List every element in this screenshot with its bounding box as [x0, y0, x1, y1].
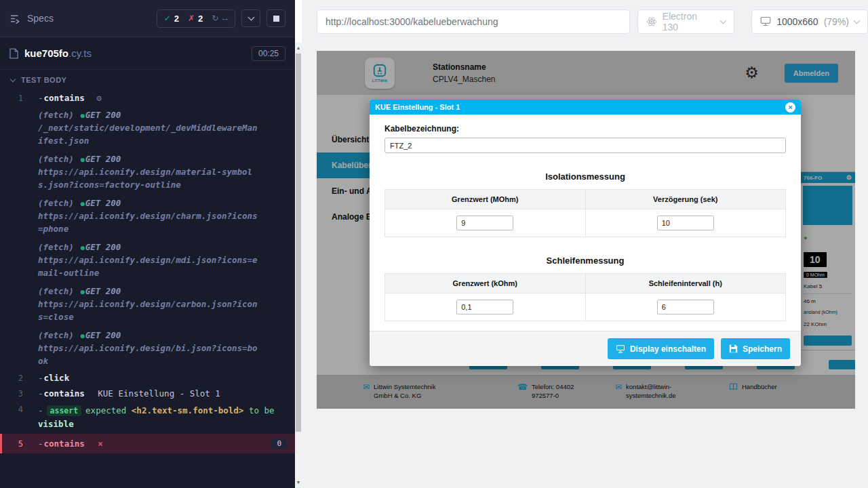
schleifenmessung-title: Schleifenmessung [384, 256, 786, 266]
cypress-reporter-sidebar: Specs ✓ 2 ✗ 2 ↻ -- [0, 0, 295, 488]
status-dot-icon: ● [81, 332, 85, 340]
url-input[interactable] [317, 9, 630, 34]
window: Specs ✓ 2 ✗ 2 ↻ -- [0, 0, 868, 488]
test-body-label: TEST BODY [21, 76, 66, 84]
modal-footer: Display einschalten Speichern [370, 331, 801, 366]
fail-x-icon: × [98, 439, 103, 449]
log-step-1[interactable]: 1 -contains ⚙ [0, 90, 295, 106]
spec-name: kue705fo [24, 47, 68, 59]
fetch-label: (fetch) [38, 198, 74, 208]
command-name: click [44, 373, 70, 383]
collapse-button[interactable] [241, 9, 260, 27]
cross-icon: ✗ [188, 14, 195, 23]
spec-duration: 00:25 [252, 46, 285, 61]
line-number: 2 [0, 373, 38, 383]
specs-link[interactable]: Specs [27, 13, 54, 24]
aut-stage: LITTWIN Stationsname CPLV4_Maschen ⚙ Abm… [302, 43, 868, 488]
fetch-log-entry[interactable]: (fetch)●GET 200 https://api.iconify.desi… [0, 282, 295, 326]
loop-intervall-header: Schleifenintervall (h) [585, 274, 786, 293]
kabelbezeichnung-input[interactable] [384, 138, 786, 153]
fetch-status: GET 200 [85, 242, 121, 252]
fetch-log-entry[interactable]: (fetch)●GET 200 https://api.iconify.desi… [0, 326, 295, 370]
fetch-log-entry[interactable]: (fetch)●GET 200 https://api.iconify.desi… [0, 194, 295, 238]
electron-icon [646, 16, 657, 27]
chevron-down-icon [720, 17, 727, 24]
stat-passed: ✓ 2 [164, 14, 179, 24]
kabelbezeichnung-label: Kabelbezeichnung: [384, 124, 786, 134]
schleifenmessung-table: Grenzwert (kOhm) Schleifenintervall (h) [384, 273, 786, 321]
scrollbar-track[interactable]: ▲ ▼ [295, 43, 302, 488]
stat-failed: ✗ 2 [188, 14, 203, 24]
assert-badge: assert [47, 405, 82, 416]
check-icon: ✓ [164, 14, 171, 23]
fetch-status: GET 200 [85, 154, 121, 164]
log-step-3[interactable]: 3 -contains KUE Einstellung - Slot 1 [0, 386, 295, 401]
chevron-down-icon [854, 17, 861, 24]
fetch-log-entry[interactable]: (fetch)●GET 200 /_next/static/developmen… [0, 106, 295, 150]
passed-count: 2 [174, 14, 179, 24]
close-icon[interactable]: × [785, 102, 795, 113]
test-body-toggle[interactable]: TEST BODY [0, 70, 295, 90]
command-name: contains [44, 93, 85, 103]
line-number: 3 [0, 388, 38, 399]
specs-menu-icon[interactable] [9, 13, 21, 24]
iso-verzoegerung-header: Verzögerung (sek) [585, 190, 786, 209]
isolationsmessung-table: Grenzwert (MOhm) Verzögerung (sek) [384, 189, 786, 237]
viewport-size: 1000x660 [776, 16, 818, 27]
fetch-status: GET 200 [85, 110, 121, 120]
log-step-5-failed[interactable]: 5 -contains × 0 [0, 434, 295, 453]
spec-file-icon [9, 48, 18, 59]
status-dot-icon: ● [81, 200, 85, 207]
loop-intervall-input[interactable] [657, 300, 714, 314]
modal-title: KUE Einstellung - Slot 1 [375, 103, 460, 111]
failed-count: 2 [198, 14, 203, 24]
fetch-status: GET 200 [85, 330, 121, 340]
line-number: 4 [0, 404, 38, 431]
fetch-url: https://api.iconify.design/material-symb… [38, 165, 262, 191]
iso-grenzwert-input[interactable] [456, 216, 513, 230]
command-dash: - [38, 373, 43, 383]
viewport-selector[interactable]: 1000x660 (79%) [751, 9, 868, 34]
status-dot-icon: ● [81, 244, 85, 251]
scrollbar-thumb[interactable] [296, 54, 301, 432]
browser-selector[interactable]: Electron 130 [637, 9, 735, 34]
scroll-up-arrow[interactable]: ▲ [295, 44, 302, 52]
stop-icon [273, 16, 279, 22]
save-floppy-icon [729, 344, 738, 353]
loop-grenzwert-input[interactable] [456, 300, 513, 314]
command-dash: - [38, 439, 43, 449]
viewport-zoom: (79%) [824, 16, 849, 27]
scroll-down-arrow[interactable]: ▼ [295, 479, 302, 487]
spec-extension: .cy.ts [68, 47, 92, 59]
reporter-header: Specs ✓ 2 ✗ 2 ↻ -- [0, 0, 295, 37]
fetch-label: (fetch) [38, 242, 74, 252]
fetch-url: https://api.iconify.design/bi.json?icons… [38, 342, 262, 367]
status-dot-icon: ● [81, 112, 85, 119]
iso-verzoegerung-input[interactable] [657, 216, 714, 230]
spec-header[interactable]: kue705fo.cy.ts 00:25 [0, 37, 295, 70]
fetch-label: (fetch) [38, 154, 74, 164]
assert-to-be: to be [249, 405, 275, 415]
command-dash: - [38, 388, 43, 399]
stop-button[interactable] [267, 9, 285, 27]
command-dash: - [38, 405, 43, 415]
log-step-4[interactable]: 4 -assertexpected <h2.text-sm.font-bold>… [0, 401, 295, 434]
chevron-down-icon [10, 76, 16, 81]
display-einschalten-button[interactable]: Display einschalten [608, 338, 714, 359]
stat-pending: ↻ -- [212, 14, 228, 24]
fetch-log-entry[interactable]: (fetch)●GET 200 https://api.iconify.desi… [0, 150, 295, 194]
speichern-button[interactable]: Speichern [721, 338, 790, 359]
aut-toolbar: Electron 130 1000x660 (79%) [302, 0, 868, 43]
fetch-url: /_next/static/development/_devMiddleware… [38, 121, 262, 147]
log-step-2[interactable]: 2 -click [0, 370, 295, 386]
refresh-icon: ↻ [212, 14, 218, 23]
modal-title-bar: KUE Einstellung - Slot 1 × [370, 100, 801, 115]
display-icon [616, 344, 625, 353]
fetch-label: (fetch) [38, 110, 74, 120]
fetch-log-entry[interactable]: (fetch)●GET 200 https://api.iconify.desi… [0, 238, 295, 282]
fetch-label: (fetch) [38, 286, 74, 296]
fetch-url: https://api.iconify.design/mdi.json?icon… [38, 253, 262, 279]
assert-selector: <h2.text-sm.font-bold> [132, 405, 244, 415]
line-number: 5 [2, 439, 38, 449]
kue-settings-modal: KUE Einstellung - Slot 1 × Kabelbezeichn… [370, 100, 801, 366]
